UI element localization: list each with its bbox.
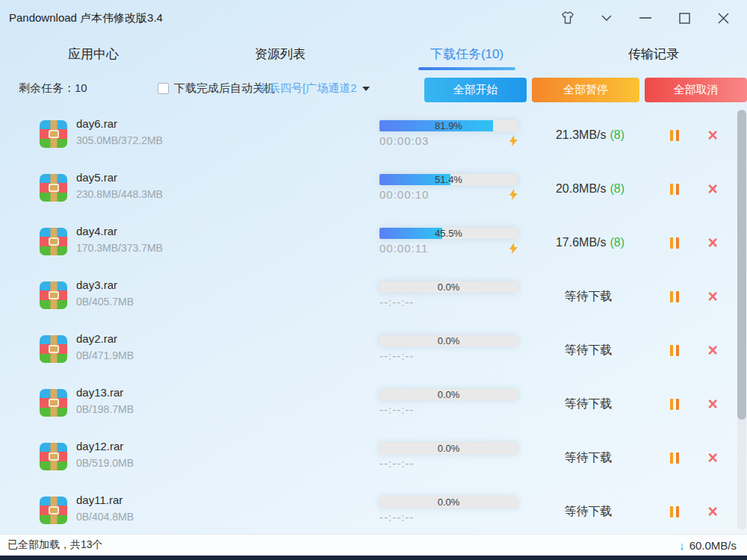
progress-bar: 81.9% [379,120,518,131]
tab-download-tasks[interactable]: 下载任务(10) [374,36,560,72]
cancel-task-button[interactable]: × [708,127,718,144]
progress-bar: 0.0% [379,389,518,400]
task-row: day12.rar 0B/519.0MB 0.0% --:--:-- 等待下载 … [0,431,747,485]
task-status: 17.6MB/s (8) [527,216,654,270]
task-row: day11.rar 0B/404.8MB 0.0% --:--:-- 等待下载 … [0,485,747,534]
scrollbar-thumb[interactable] [737,110,746,420]
progress-bar: 0.0% [379,335,518,346]
file-size: 170.3MB/373.7MB [76,242,163,254]
cancel-task-button[interactable]: × [708,449,718,467]
task-row: day4.rar 170.3MB/373.7MB 45.5% 00:00:11 … [0,216,747,270]
rar-file-icon [40,281,67,309]
tab-label: 下载任务(10) [430,46,503,63]
rar-file-icon [40,443,67,470]
thread-count: (8) [610,182,625,196]
channel-selector-value: 伞兵四号[广场通道2 [258,81,357,96]
tab-bar: 应用中心资源列表下载任务(10)传输记录 [0,36,747,72]
rar-file-icon [40,497,67,524]
auto-shutdown-checkbox[interactable] [158,83,169,94]
progress-bar: 45.5% [379,228,518,239]
active-tab-underline [418,67,515,70]
task-list: day6.rar 305.0MB/372.2MB 81.9% 00:00:03 … [0,108,747,534]
file-name: day4.rar [76,225,163,237]
cancel-task-button[interactable]: × [708,181,718,198]
file-size: 0B/404.8MB [76,511,134,523]
elapsed-time: --:--:-- [379,403,414,416]
cancel-task-button[interactable]: × [708,342,718,359]
progress-percent: 0.0% [379,497,518,508]
title-bar: Pandownload 卢本伟修改版3.4 [0,0,747,36]
rar-file-icon [40,174,67,202]
pause-task-button[interactable] [670,506,679,517]
pause-task-button[interactable] [670,184,679,195]
progress-bar: 51.4% [379,174,518,185]
cancel-task-button[interactable]: × [708,503,718,520]
pause-task-button[interactable] [670,237,679,249]
task-status: 21.3MB/s (8) [527,108,654,162]
file-name: day13.rar [76,386,134,399]
progress-percent: 0.0% [379,281,518,293]
task-row: day3.rar 0B/405.7MB 0.0% --:--:-- 等待下载 × [0,270,747,323]
remaining-tasks-label: 剩余任务： [19,81,75,94]
pause-task-button[interactable] [670,399,679,410]
start-all-button[interactable]: 全部开始 [424,78,527,102]
window-title: Pandownload 卢本伟修改版3.4 [9,11,163,25]
chevron-down-icon[interactable] [590,5,623,31]
progress-percent: 45.5% [379,228,518,239]
pause-task-button[interactable] [670,291,679,302]
file-name: day5.rar [76,171,163,184]
tab-label: 应用中心 [68,46,119,63]
rar-file-icon [40,120,67,148]
elapsed-time: --:--:-- [379,296,414,308]
maximize-button[interactable] [668,5,701,31]
tab-label: 资源列表 [255,46,306,63]
file-name: day12.rar [76,440,134,452]
cancel-all-button[interactable]: 全部取消 [645,78,747,102]
pause-all-button[interactable]: 全部暂停 [532,78,639,102]
file-size: 0B/519.0MB [76,457,134,469]
app-window: Pandownload 卢本伟修改版3.4 应用中心资源列表下载任务(10)传输… [0,0,747,560]
elapsed-time: 00:00:11 [379,242,428,255]
progress-percent: 0.0% [379,443,518,454]
minimize-button[interactable] [629,5,662,31]
close-button[interactable] [707,5,740,31]
task-speed: 等待下载 [565,396,613,412]
task-status: 等待下载 [527,270,654,323]
elapsed-time: --:--:-- [379,511,414,523]
task-speed: 等待下载 [565,289,613,305]
dropdown-caret-icon [362,87,370,91]
cancel-task-button[interactable]: × [708,396,718,413]
skin-theme-icon[interactable] [551,5,584,31]
pause-task-button[interactable] [670,130,679,141]
scrollbar-track[interactable] [737,110,746,530]
pause-task-button[interactable] [670,452,679,464]
cancel-task-button[interactable]: × [708,234,718,252]
progress-percent: 51.4% [379,174,518,185]
window-controls [551,5,740,31]
cancel-task-button[interactable]: × [708,288,718,305]
task-speed: 等待下载 [565,343,613,358]
remaining-tasks-count: 10 [75,81,87,94]
global-speed: ↓ 60.0MB/s [679,539,737,552]
task-row: day5.rar 230.8MB/448.3MB 51.4% 00:00:10 … [0,162,747,216]
global-speed-value: 60.0MB/s [689,539,737,552]
task-speed: 20.8MB/s [556,182,607,196]
download-arrow-icon: ↓ [679,539,685,552]
channel-selector[interactable]: 伞兵四号[广场通道2 [258,81,370,96]
task-row: day6.rar 305.0MB/372.2MB 81.9% 00:00:03 … [0,108,747,162]
task-speed: 21.3MB/s [556,128,607,142]
tab-resource-list[interactable]: 资源列表 [187,36,374,72]
window-bottom-edge [0,556,747,560]
load-status-text: 已全部加载，共13个 [7,538,103,552]
file-size: 0B/471.9MB [76,349,134,361]
boost-lightning-icon [509,189,518,200]
pause-task-button[interactable] [670,345,679,356]
tab-transfer-history[interactable]: 传输记录 [560,36,747,72]
progress-percent: 0.0% [379,389,518,400]
file-size: 0B/198.7MB [76,403,134,415]
remaining-tasks: 剩余任务：10 [19,81,87,96]
task-status: 等待下载 [527,431,654,485]
file-name: day11.rar [76,494,134,506]
file-name: day6.rar [76,117,163,130]
tab-app-center[interactable]: 应用中心 [0,36,187,72]
